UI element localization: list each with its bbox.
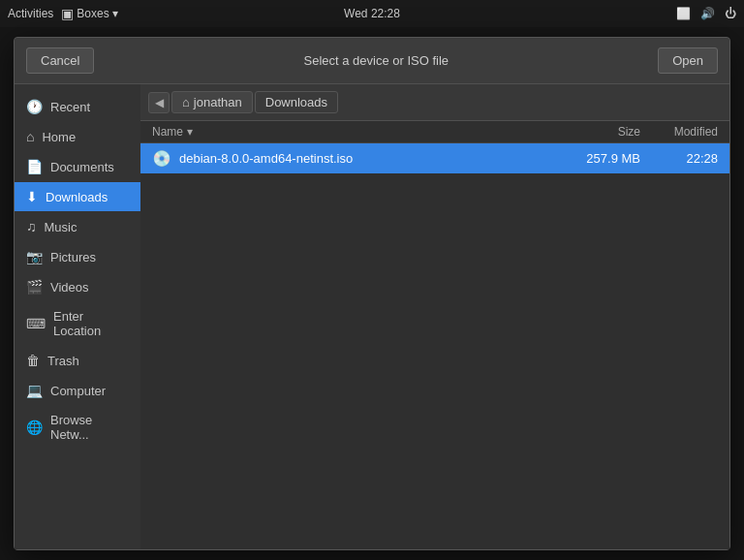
file-name: debian-8.0.0-amd64-netinst.iso	[179, 151, 563, 166]
file-type-icon: 💿	[152, 149, 171, 168]
computer-icon: 💻	[26, 383, 43, 398]
file-list: Name ▾ Size Modified 💿 debian-8.0.0-amd6…	[140, 121, 729, 549]
sidebar-item-downloads[interactable]: ⬇ Downloads	[15, 182, 140, 211]
documents-icon: 📄	[26, 159, 43, 174]
home-breadcrumb-icon: ⌂	[182, 95, 190, 109]
music-icon: ♫	[26, 219, 37, 234]
enter-location-icon: ⌨	[26, 316, 46, 331]
activities-button[interactable]: Activities	[8, 7, 53, 20]
videos-icon: 🎬	[26, 279, 43, 295]
sidebar-item-label-pictures: Pictures	[50, 250, 96, 264]
sidebar: 🕐 Recent⌂ Home📄 Documents⬇ Downloads♫ Mu…	[15, 84, 140, 549]
file-size: 257.9 MB	[563, 151, 640, 166]
app-dropdown-icon: ▾	[112, 7, 118, 20]
screen-button[interactable]: ⬜	[676, 7, 691, 20]
sidebar-item-label-home: Home	[42, 130, 76, 144]
sidebar-item-label-enter-location: Enter Location	[53, 309, 129, 338]
sidebar-item-label-trash: Trash	[47, 354, 79, 368]
pictures-icon: 📷	[26, 249, 43, 264]
topbar: Activities ▣ Boxes ▾ Wed 22:28 ⬜ 🔊 ⏻	[0, 0, 744, 27]
sidebar-item-label-music: Music	[45, 220, 78, 234]
name-column-header[interactable]: Name ▾	[152, 125, 563, 139]
sidebar-item-label-downloads: Downloads	[46, 190, 108, 204]
trash-icon: 🗑	[26, 353, 40, 368]
sidebar-item-label-videos: Videos	[50, 280, 89, 295]
home-icon: ⌂	[26, 129, 34, 144]
recent-icon: 🕐	[26, 99, 43, 114]
breadcrumb-bar: ◀ ⌂ jonathan Downloads	[140, 84, 729, 121]
dialog-body: 🕐 Recent⌂ Home📄 Documents⬇ Downloads♫ Mu…	[15, 84, 729, 549]
topbar-clock: Wed 22:28	[344, 7, 400, 20]
topbar-right: ⬜ 🔊 ⏻	[676, 7, 736, 20]
sidebar-item-pictures[interactable]: 📷 Pictures	[15, 242, 140, 271]
topbar-left: Activities ▣ Boxes ▾	[8, 6, 118, 21]
current-breadcrumb[interactable]: Downloads	[255, 91, 338, 113]
file-chooser-dialog: Cancel Select a device or ISO file Open …	[14, 37, 730, 550]
main-content: ◀ ⌂ jonathan Downloads Name ▾	[140, 84, 729, 549]
sidebar-item-computer[interactable]: 💻 Computer	[15, 376, 140, 405]
sound-icon: 🔊	[700, 7, 715, 20]
sidebar-item-label-browse-network: Browse Netw...	[50, 413, 129, 442]
sidebar-item-label-documents: Documents	[50, 160, 114, 174]
open-button[interactable]: Open	[658, 47, 718, 74]
size-column-header: Size	[563, 125, 640, 139]
modified-column-header: Modified	[640, 125, 718, 139]
file-modified: 22:28	[640, 151, 718, 166]
sidebar-item-enter-location[interactable]: ⌨ Enter Location	[15, 302, 140, 345]
downloads-icon: ⬇	[26, 189, 38, 204]
sort-icon: ▾	[187, 125, 193, 139]
sidebar-item-documents[interactable]: 📄 Documents	[15, 152, 140, 181]
table-row[interactable]: 💿 debian-8.0.0-amd64-netinst.iso 257.9 M…	[140, 143, 729, 173]
back-arrow-icon: ◀	[155, 96, 164, 109]
power-icon: ⏻	[725, 7, 736, 20]
screen-icon: ⬜	[676, 7, 691, 20]
sidebar-item-browse-network[interactable]: 🌐 Browse Netw...	[15, 406, 140, 449]
sidebar-item-trash[interactable]: 🗑 Trash	[15, 346, 140, 375]
dialog-overlay: Cancel Select a device or ISO file Open …	[0, 27, 744, 560]
name-column-label: Name	[152, 125, 183, 139]
home-breadcrumb[interactable]: ⌂ jonathan	[171, 91, 253, 113]
sidebar-item-label-recent: Recent	[50, 100, 90, 114]
sidebar-item-label-computer: Computer	[50, 384, 106, 398]
current-breadcrumb-label: Downloads	[265, 95, 327, 109]
sidebar-item-recent[interactable]: 🕐 Recent	[15, 92, 140, 121]
activities-label: Activities	[8, 7, 53, 20]
power-button[interactable]: ⏻	[725, 7, 736, 20]
boxes-menu-button[interactable]: ▣ Boxes ▾	[61, 6, 117, 21]
app-name-label: Boxes	[77, 7, 108, 20]
sidebar-item-home[interactable]: ⌂ Home	[15, 122, 140, 151]
browse-network-icon: 🌐	[26, 420, 43, 435]
file-list-header: Name ▾ Size Modified	[140, 121, 729, 143]
sound-button[interactable]: 🔊	[700, 7, 715, 20]
sidebar-item-music[interactable]: ♫ Music	[15, 212, 140, 241]
boxes-icon: ▣	[61, 6, 74, 21]
back-button[interactable]: ◀	[148, 92, 170, 113]
dialog-header: Cancel Select a device or ISO file Open	[15, 38, 729, 84]
dialog-title: Select a device or ISO file	[304, 53, 450, 68]
sidebar-item-videos[interactable]: 🎬 Videos	[15, 272, 140, 301]
cancel-button[interactable]: Cancel	[26, 47, 94, 74]
home-breadcrumb-label: jonathan	[194, 95, 242, 109]
